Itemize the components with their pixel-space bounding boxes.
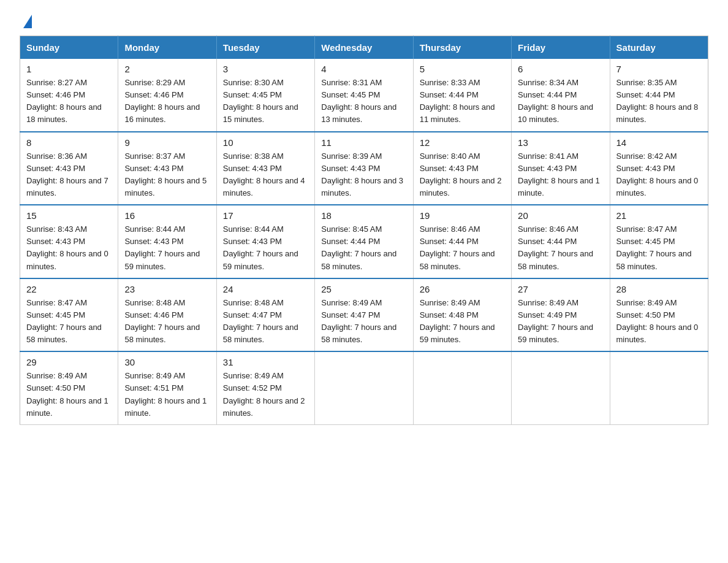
day-number: 22	[26, 284, 112, 294]
header-saturday: Saturday	[610, 36, 708, 59]
day-cell: 7Sunrise: 8:35 AMSunset: 4:44 PMDaylight…	[610, 59, 708, 132]
day-number: 6	[518, 64, 603, 74]
day-info: Sunrise: 8:29 AMSunset: 4:46 PMDaylight:…	[124, 78, 200, 124]
day-cell: 8Sunrise: 8:36 AMSunset: 4:43 PMDaylight…	[20, 132, 118, 205]
day-number: 20	[518, 210, 603, 221]
header-monday: Monday	[118, 36, 216, 59]
day-cell: 12Sunrise: 8:40 AMSunset: 4:43 PMDayligh…	[413, 132, 511, 205]
day-info: Sunrise: 8:31 AMSunset: 4:45 PMDaylight:…	[321, 78, 396, 124]
day-number: 19	[420, 210, 505, 221]
day-info: Sunrise: 8:39 AMSunset: 4:43 PMDaylight:…	[321, 151, 403, 197]
day-cell: 1Sunrise: 8:27 AMSunset: 4:46 PMDaylight…	[20, 59, 118, 132]
day-info: Sunrise: 8:40 AMSunset: 4:43 PMDaylight:…	[420, 151, 502, 197]
day-number: 30	[124, 357, 210, 367]
day-cell: 28Sunrise: 8:49 AMSunset: 4:50 PMDayligh…	[610, 278, 708, 352]
day-cell: 31Sunrise: 8:49 AMSunset: 4:52 PMDayligh…	[216, 351, 314, 424]
day-number: 23	[124, 284, 210, 294]
day-cell: 3Sunrise: 8:30 AMSunset: 4:45 PMDaylight…	[216, 59, 314, 132]
day-cell: 4Sunrise: 8:31 AMSunset: 4:45 PMDaylight…	[315, 59, 413, 132]
day-info: Sunrise: 8:44 AMSunset: 4:43 PMDaylight:…	[124, 224, 200, 270]
header-wednesday: Wednesday	[315, 36, 413, 59]
day-info: Sunrise: 8:49 AMSunset: 4:51 PMDaylight:…	[124, 371, 207, 417]
day-info: Sunrise: 8:49 AMSunset: 4:47 PMDaylight:…	[321, 298, 396, 344]
day-cell: 14Sunrise: 8:42 AMSunset: 4:43 PMDayligh…	[610, 132, 708, 205]
day-number: 1	[26, 64, 112, 74]
day-cell: 29Sunrise: 8:49 AMSunset: 4:50 PMDayligh…	[20, 351, 118, 424]
day-info: Sunrise: 8:48 AMSunset: 4:46 PMDaylight:…	[124, 298, 200, 344]
day-cell	[610, 351, 708, 424]
day-info: Sunrise: 8:35 AMSunset: 4:44 PMDaylight:…	[616, 78, 699, 124]
day-number: 2	[124, 64, 210, 74]
header-tuesday: Tuesday	[216, 36, 314, 59]
day-number: 5	[420, 64, 505, 74]
day-cell	[512, 351, 610, 424]
day-info: Sunrise: 8:44 AMSunset: 4:43 PMDaylight:…	[223, 224, 298, 270]
day-cell	[315, 351, 413, 424]
day-info: Sunrise: 8:49 AMSunset: 4:52 PMDaylight:…	[223, 371, 305, 417]
day-info: Sunrise: 8:47 AMSunset: 4:45 PMDaylight:…	[616, 224, 692, 270]
day-number: 4	[321, 64, 406, 74]
day-number: 29	[26, 357, 112, 367]
day-info: Sunrise: 8:45 AMSunset: 4:44 PMDaylight:…	[321, 224, 396, 270]
week-row-1: 1Sunrise: 8:27 AMSunset: 4:46 PMDaylight…	[20, 59, 708, 132]
day-info: Sunrise: 8:48 AMSunset: 4:47 PMDaylight:…	[223, 298, 298, 344]
day-cell: 26Sunrise: 8:49 AMSunset: 4:48 PMDayligh…	[413, 278, 511, 352]
day-number: 21	[616, 210, 702, 221]
day-number: 18	[321, 210, 406, 221]
day-number: 13	[518, 137, 603, 148]
logo-triangle-icon	[23, 15, 32, 28]
day-info: Sunrise: 8:38 AMSunset: 4:43 PMDaylight:…	[223, 151, 305, 197]
day-cell: 23Sunrise: 8:48 AMSunset: 4:46 PMDayligh…	[118, 278, 216, 352]
day-cell: 22Sunrise: 8:47 AMSunset: 4:45 PMDayligh…	[20, 278, 118, 352]
day-number: 16	[124, 210, 210, 221]
day-info: Sunrise: 8:47 AMSunset: 4:45 PMDaylight:…	[26, 298, 102, 344]
day-number: 26	[420, 284, 505, 294]
day-info: Sunrise: 8:30 AMSunset: 4:45 PMDaylight:…	[223, 78, 298, 124]
day-info: Sunrise: 8:33 AMSunset: 4:44 PMDaylight:…	[420, 78, 495, 124]
day-cell: 16Sunrise: 8:44 AMSunset: 4:43 PMDayligh…	[118, 205, 216, 278]
day-cell: 25Sunrise: 8:49 AMSunset: 4:47 PMDayligh…	[315, 278, 413, 352]
calendar-table: SundayMondayTuesdayWednesdayThursdayFrid…	[20, 36, 708, 425]
day-info: Sunrise: 8:37 AMSunset: 4:43 PMDaylight:…	[124, 151, 207, 197]
day-number: 12	[420, 137, 505, 148]
day-info: Sunrise: 8:41 AMSunset: 4:43 PMDaylight:…	[518, 151, 600, 197]
day-cell: 17Sunrise: 8:44 AMSunset: 4:43 PMDayligh…	[216, 205, 314, 278]
day-info: Sunrise: 8:43 AMSunset: 4:43 PMDaylight:…	[26, 224, 108, 270]
day-number: 10	[223, 137, 308, 148]
day-number: 9	[124, 137, 210, 148]
day-number: 25	[321, 284, 406, 294]
day-cell: 27Sunrise: 8:49 AMSunset: 4:49 PMDayligh…	[512, 278, 610, 352]
day-number: 27	[518, 284, 603, 294]
day-cell: 10Sunrise: 8:38 AMSunset: 4:43 PMDayligh…	[216, 132, 314, 205]
day-cell: 15Sunrise: 8:43 AMSunset: 4:43 PMDayligh…	[20, 205, 118, 278]
header-friday: Friday	[512, 36, 610, 59]
day-number: 31	[223, 357, 308, 367]
logo-text	[20, 15, 32, 26]
day-info: Sunrise: 8:36 AMSunset: 4:43 PMDaylight:…	[26, 151, 108, 197]
day-cell: 30Sunrise: 8:49 AMSunset: 4:51 PMDayligh…	[118, 351, 216, 424]
header-sunday: Sunday	[20, 36, 118, 59]
day-info: Sunrise: 8:46 AMSunset: 4:44 PMDaylight:…	[518, 224, 593, 270]
day-number: 24	[223, 284, 308, 294]
day-info: Sunrise: 8:49 AMSunset: 4:49 PMDaylight:…	[518, 298, 593, 344]
day-number: 11	[321, 137, 406, 148]
day-info: Sunrise: 8:49 AMSunset: 4:50 PMDaylight:…	[616, 298, 699, 344]
week-row-3: 15Sunrise: 8:43 AMSunset: 4:43 PMDayligh…	[20, 205, 708, 278]
day-cell: 24Sunrise: 8:48 AMSunset: 4:47 PMDayligh…	[216, 278, 314, 352]
day-cell: 6Sunrise: 8:34 AMSunset: 4:44 PMDaylight…	[512, 59, 610, 132]
day-info: Sunrise: 8:27 AMSunset: 4:46 PMDaylight:…	[26, 78, 102, 124]
day-cell: 2Sunrise: 8:29 AMSunset: 4:46 PMDaylight…	[118, 59, 216, 132]
day-number: 17	[223, 210, 308, 221]
header-thursday: Thursday	[413, 36, 511, 59]
week-row-5: 29Sunrise: 8:49 AMSunset: 4:50 PMDayligh…	[20, 351, 708, 424]
day-info: Sunrise: 8:34 AMSunset: 4:44 PMDaylight:…	[518, 78, 593, 124]
week-row-4: 22Sunrise: 8:47 AMSunset: 4:45 PMDayligh…	[20, 278, 708, 352]
day-cell: 20Sunrise: 8:46 AMSunset: 4:44 PMDayligh…	[512, 205, 610, 278]
week-row-2: 8Sunrise: 8:36 AMSunset: 4:43 PMDaylight…	[20, 132, 708, 205]
day-cell	[413, 351, 511, 424]
day-number: 15	[26, 210, 112, 221]
logo	[20, 15, 32, 26]
day-number: 3	[223, 64, 308, 74]
day-info: Sunrise: 8:42 AMSunset: 4:43 PMDaylight:…	[616, 151, 699, 197]
day-info: Sunrise: 8:46 AMSunset: 4:44 PMDaylight:…	[420, 224, 495, 270]
